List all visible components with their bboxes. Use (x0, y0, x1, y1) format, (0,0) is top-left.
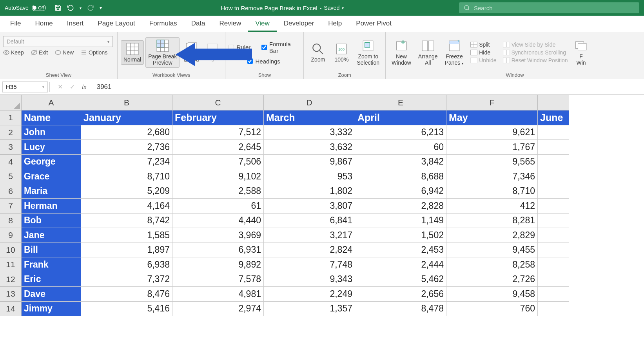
data-cell[interactable]: 2,828 (355, 199, 446, 214)
header-cell[interactable]: March (264, 110, 355, 125)
data-cell[interactable]: 4,164 (81, 199, 172, 214)
tab-file[interactable]: File (3, 16, 28, 32)
data-cell[interactable] (538, 155, 569, 170)
name-cell[interactable]: Herman (22, 199, 81, 214)
data-cell[interactable]: 3,969 (172, 228, 264, 243)
new-view-button[interactable]: New (55, 49, 74, 56)
ruler-checkbox[interactable]: Ruler (229, 41, 250, 54)
data-cell[interactable]: 1,897 (81, 243, 172, 258)
fx-icon[interactable]: fx (82, 83, 87, 90)
autosave[interactable]: AutoSave Off (0, 5, 51, 11)
data-cell[interactable]: 953 (264, 169, 355, 184)
data-cell[interactable]: 7,506 (172, 155, 264, 170)
arrange-all-button[interactable]: Arrange All (415, 37, 441, 68)
data-cell[interactable]: 6,841 (264, 214, 355, 228)
name-cell[interactable]: Grace (22, 169, 81, 184)
data-cell[interactable]: 2,680 (81, 125, 172, 140)
row-header-9[interactable]: 9 (0, 228, 22, 243)
data-cell[interactable]: 7,372 (81, 272, 172, 287)
data-cell[interactable]: 7,346 (446, 169, 538, 184)
tab-page-layout[interactable]: Page Layout (91, 16, 142, 32)
data-cell[interactable] (538, 140, 569, 155)
data-cell[interactable]: 8,258 (446, 257, 538, 272)
data-cell[interactable]: 5,462 (355, 272, 446, 287)
header-cell[interactable]: April (355, 110, 446, 125)
tab-home[interactable]: Home (28, 16, 60, 32)
row-header-5[interactable]: 5 (0, 169, 22, 184)
tab-developer[interactable]: Developer (277, 16, 321, 32)
tab-data[interactable]: Data (184, 16, 212, 32)
data-cell[interactable]: 61 (172, 199, 264, 214)
data-cell[interactable]: 1,767 (446, 140, 538, 155)
save-icon[interactable] (54, 4, 62, 11)
data-cell[interactable]: 7,512 (172, 125, 264, 140)
data-cell[interactable] (538, 272, 569, 287)
data-cell[interactable]: 5,209 (81, 184, 172, 199)
sheet-view-select[interactable]: Default ▾ (3, 36, 113, 47)
tab-formulas[interactable]: Formulas (142, 16, 184, 32)
zoom-100-button[interactable]: 100 100% (330, 40, 352, 65)
name-cell[interactable]: Jane (22, 228, 81, 243)
data-cell[interactable]: 1,149 (355, 214, 446, 228)
row-header-1[interactable]: 1 (0, 110, 22, 125)
zoom-button[interactable]: Zoom (307, 40, 329, 65)
name-cell[interactable]: Lucy (22, 140, 81, 155)
column-header-A[interactable]: A (22, 95, 81, 110)
data-cell[interactable]: 2,656 (355, 287, 446, 302)
row-header-2[interactable]: 2 (0, 125, 22, 140)
name-cell[interactable]: Eric (22, 272, 81, 287)
data-cell[interactable]: 412 (446, 199, 538, 214)
data-cell[interactable] (538, 214, 569, 228)
row-header-7[interactable]: 7 (0, 199, 22, 214)
data-cell[interactable]: 1,357 (264, 302, 355, 317)
data-cell[interactable]: 4,981 (172, 287, 264, 302)
header-cell[interactable]: Name (22, 110, 81, 125)
header-cell[interactable]: February (172, 110, 264, 125)
formula-input[interactable]: 3961 (93, 83, 644, 91)
column-header-D[interactable]: D (264, 95, 355, 110)
data-cell[interactable]: 9,102 (172, 169, 264, 184)
data-cell[interactable]: 2,829 (446, 228, 538, 243)
normal-view-button[interactable]: Normal (121, 40, 144, 65)
data-cell[interactable]: 2,974 (172, 302, 264, 317)
data-cell[interactable]: 6,931 (172, 243, 264, 258)
header-cell[interactable]: January (81, 110, 172, 125)
tab-insert[interactable]: Insert (60, 16, 91, 32)
row-header-12[interactable]: 12 (0, 272, 22, 287)
row-header-6[interactable]: 6 (0, 184, 22, 199)
tab-power-pivot[interactable]: Power Pivot (349, 16, 399, 32)
data-cell[interactable]: 5,416 (81, 302, 172, 317)
data-cell[interactable]: 2,249 (264, 287, 355, 302)
column-header-F[interactable]: F (446, 95, 538, 110)
data-cell[interactable]: 7,748 (264, 257, 355, 272)
data-cell[interactable]: 2,726 (446, 272, 538, 287)
name-cell[interactable]: Frank (22, 257, 81, 272)
page-break-preview-button[interactable]: Page Break Preview (145, 37, 180, 68)
data-cell[interactable]: 2,444 (355, 257, 446, 272)
data-cell[interactable]: 8,710 (81, 169, 172, 184)
header-cell[interactable]: June (538, 110, 569, 125)
data-cell[interactable]: 3,807 (264, 199, 355, 214)
data-cell[interactable]: 8,476 (81, 287, 172, 302)
data-cell[interactable]: 8,688 (355, 169, 446, 184)
headings-checkbox[interactable]: Headings (247, 58, 280, 65)
data-cell[interactable]: 2,453 (355, 243, 446, 258)
data-cell[interactable]: 2,736 (81, 140, 172, 155)
name-cell[interactable]: George (22, 155, 81, 170)
data-cell[interactable]: 7,578 (172, 272, 264, 287)
data-cell[interactable]: 7,234 (81, 155, 172, 170)
data-cell[interactable] (538, 228, 569, 243)
data-cell[interactable] (538, 287, 569, 302)
data-cell[interactable]: 6,213 (355, 125, 446, 140)
page-layout-button[interactable]: Layou (181, 40, 201, 65)
row-header-10[interactable]: 10 (0, 243, 22, 258)
name-cell[interactable]: John (22, 125, 81, 140)
data-cell[interactable]: 2,645 (172, 140, 264, 155)
column-header-B[interactable]: B (81, 95, 172, 110)
autosave-toggle[interactable]: Off (32, 5, 46, 11)
data-cell[interactable]: 6,942 (355, 184, 446, 199)
custom-views-button[interactable]: s (203, 40, 222, 65)
switch-windows-button[interactable]: F Win (572, 37, 591, 68)
tab-help[interactable]: Help (321, 16, 349, 32)
zoom-to-selection-button[interactable]: Zoom to Selection (354, 37, 382, 68)
